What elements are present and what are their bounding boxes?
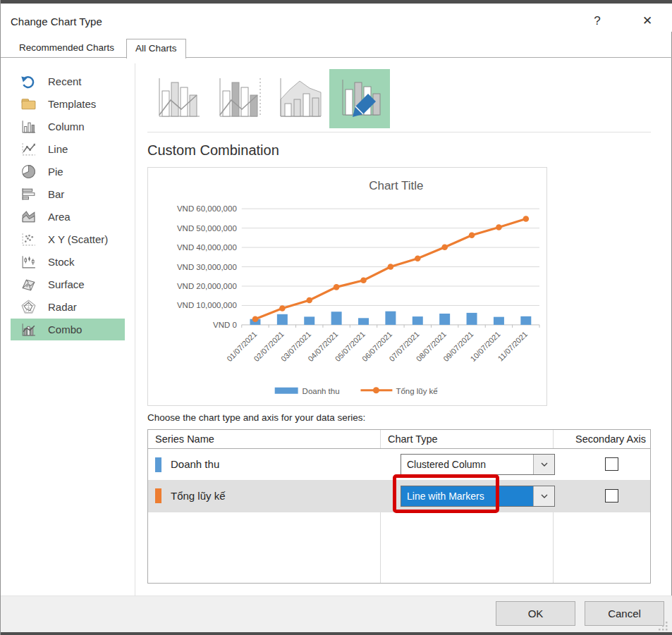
chevron-down-icon[interactable]: [533, 455, 554, 474]
sidebar-item-xy-scatter[interactable]: X Y (Scatter): [11, 228, 125, 250]
combo-chart-icon: [20, 321, 37, 338]
sidebar-item-combo[interactable]: Combo: [11, 319, 125, 340]
sidebar-item-pie[interactable]: Pie: [11, 161, 125, 183]
chevron-down-icon[interactable]: [533, 486, 554, 506]
sidebar-item-bar[interactable]: Bar: [11, 183, 125, 205]
sidebar-item-label: Stock: [48, 256, 75, 268]
subtype-clustered-column-line-secondary-axis[interactable]: [208, 69, 269, 128]
chart-type-dropdown-doanh-thu[interactable]: Clustered Column: [401, 454, 555, 475]
header-chart-type: Chart Type: [388, 433, 438, 445]
svg-text:Tổng lũy kế: Tổng lũy kế: [396, 387, 438, 395]
chart-type-dropdown-tong-luy-ke[interactable]: Line with Markers: [401, 486, 555, 507]
svg-text:Doanh thu: Doanh thu: [303, 387, 340, 395]
column-chart-icon: [20, 118, 37, 135]
sidebar-item-area[interactable]: Area: [11, 206, 125, 228]
sidebar-item-label: Surface: [48, 278, 85, 290]
subtype-custom-combination[interactable]: [329, 69, 390, 128]
svg-text:11/07/2021: 11/07/2021: [496, 330, 529, 363]
dropdown-value: Clustered Column: [401, 455, 533, 474]
secondary-axis-checkbox-doanh-thu[interactable]: [605, 457, 618, 471]
sidebar-item-label: Recent: [48, 75, 82, 87]
sidebar-item-label: Combo: [48, 323, 82, 335]
sidebar-item-stock[interactable]: Stock: [11, 251, 125, 273]
series-table: Series Name Chart Type Secondary Axis Do…: [147, 429, 651, 584]
header-series-name: Series Name: [155, 433, 214, 445]
tab-all-charts[interactable]: All Charts: [126, 39, 186, 58]
sidebar-item-label: X Y (Scatter): [48, 233, 108, 245]
clustered-column-line-secondary-axis-icon: [214, 75, 263, 122]
svg-text:VND 20,000,000: VND 20,000,000: [177, 282, 237, 290]
header-secondary-axis: Secondary Axis: [575, 433, 646, 445]
section-heading: Custom Combination: [147, 142, 279, 159]
cancel-button[interactable]: Cancel: [585, 601, 664, 626]
svg-text:VND 40,000,000: VND 40,000,000: [177, 243, 237, 252]
svg-text:VND 0: VND 0: [213, 321, 237, 329]
clustered-column-line-icon: [153, 75, 202, 122]
stock-chart-icon: [20, 254, 37, 270]
surface-chart-icon: [20, 276, 37, 292]
svg-text:VND 30,000,000: VND 30,000,000: [177, 263, 237, 271]
stacked-area-clustered-column-icon: [274, 75, 324, 122]
series-table-caption: Choose the chart type and axis for your …: [147, 412, 365, 423]
series-name: Doanh thu: [171, 458, 219, 470]
secondary-axis-checkbox-tong-luy-ke[interactable]: [605, 489, 618, 503]
resize-grip[interactable]: [659, 622, 668, 631]
dropdown-value-selected: Line with Markers: [401, 486, 533, 506]
sidebar-item-column[interactable]: Column: [11, 116, 125, 137]
sidebar-item-templates[interactable]: Templates: [11, 93, 125, 115]
tiles-separator: [147, 132, 651, 132]
footer-bar: OK Cancel: [1, 596, 672, 632]
series-color-swatch: [155, 488, 161, 503]
close-button[interactable]: ✕: [637, 12, 658, 30]
title-bar: Change Chart Type ? ✕: [1, 4, 672, 32]
sidebar-item-label: Area: [48, 211, 71, 223]
tab-recommended-charts[interactable]: Recommended Charts: [11, 39, 123, 58]
recent-icon: [20, 73, 37, 90]
radar-chart-icon: [20, 299, 37, 315]
sidebar-item-line[interactable]: Line: [11, 138, 125, 160]
ok-button[interactable]: OK: [496, 601, 575, 626]
pie-chart-icon: [20, 164, 37, 180]
custom-combination-icon: [335, 75, 384, 122]
area-chart-icon: [20, 209, 37, 225]
svg-text:Chart Title: Chart Title: [369, 179, 423, 192]
line-chart-icon: [20, 141, 37, 157]
sidebar-item-label: Bar: [48, 188, 64, 200]
sidebar-item-label: Pie: [48, 166, 63, 178]
sidebar-item-surface[interactable]: Surface: [11, 273, 125, 295]
help-button[interactable]: ?: [587, 12, 607, 30]
svg-text:VND 50,000,000: VND 50,000,000: [177, 224, 237, 233]
table-row: Tổng lũy kế Line with Markers: [148, 480, 650, 512]
sidebar-item-radar[interactable]: Radar: [11, 296, 125, 318]
sidebar-item-label: Column: [48, 121, 85, 132]
subtype-clustered-column-line[interactable]: [147, 69, 208, 128]
templates-icon: [20, 96, 37, 112]
sidebar-item-recent[interactable]: Recent: [11, 70, 125, 92]
chart-preview-panel: Chart TitleVND 0VND 10,000,000VND 20,000…: [147, 167, 547, 406]
svg-text:VND 60,000,000: VND 60,000,000: [177, 204, 237, 213]
series-name: Tổng lũy kế: [171, 490, 226, 502]
scatter-chart-icon: [20, 231, 37, 247]
table-header-row: Series Name Chart Type Secondary Axis: [148, 430, 650, 449]
sidebar-item-label: Line: [48, 143, 68, 155]
sidebar-divider: [135, 63, 135, 596]
subtype-stacked-area-clustered-column[interactable]: [269, 69, 329, 128]
table-row: Doanh thu Clustered Column: [148, 449, 650, 480]
svg-text:VND 10,000,000: VND 10,000,000: [177, 301, 237, 309]
dialog-title: Change Chart Type: [11, 16, 102, 27]
sidebar-item-label: Radar: [48, 301, 77, 313]
sidebar-item-label: Templates: [48, 98, 96, 110]
series-color-swatch: [155, 457, 161, 472]
bar-chart-icon: [20, 186, 37, 202]
window-bottom-edge: [1, 632, 672, 635]
change-chart-type-dialog: Change Chart Type ? ✕ Recommended Charts…: [0, 0, 672, 635]
chart-preview: Chart TitleVND 0VND 10,000,000VND 20,000…: [148, 168, 546, 405]
